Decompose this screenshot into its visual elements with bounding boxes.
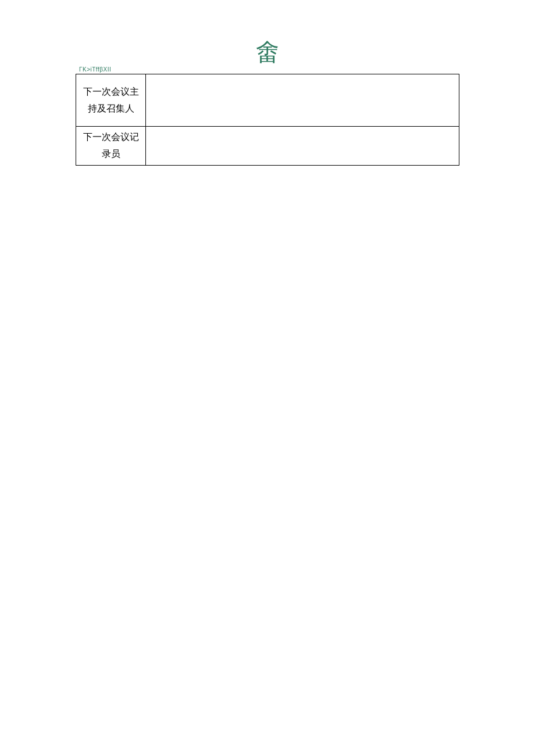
row-label-next-recorder: 下一次会议记录员 [76,127,146,166]
table-row: 下一次会议记录员 [76,127,459,166]
header-symbol: 畬 [76,41,459,64]
row-label-next-host: 下一次会议主持及召集人 [76,74,146,127]
row-value-next-recorder [146,127,459,166]
table-row: 下一次会议主持及召集人 [76,74,459,127]
meeting-table: 下一次会议主持及召集人 下一次会议记录员 [76,74,459,166]
header-code: ΓK>iTffβXII [79,66,459,73]
document-page: 畬 ΓK>iTffβXII 下一次会议主持及召集人 下一次会议记录员 [0,0,535,166]
row-value-next-host [146,74,459,127]
